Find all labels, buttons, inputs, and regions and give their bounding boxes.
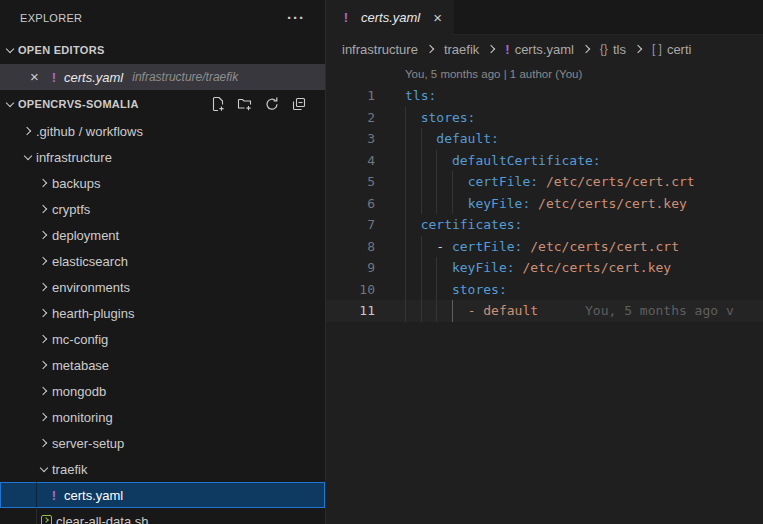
breadcrumbs: infrastructuretraefik!certs.yaml{}tls[ ]… (326, 35, 763, 63)
code-token: - (405, 239, 452, 254)
code-line-5[interactable]: 5 certFile: /etc/certs/cert.crt (326, 171, 763, 193)
tree-item-label: clear-all-data.sh (56, 514, 149, 524)
code-token: certFile: (452, 239, 522, 254)
workspace-header[interactable]: OPENCRVS-SOMALIA (0, 90, 325, 118)
chevron-right-icon (38, 281, 50, 293)
code-token: /etc/certs/cert.key (515, 260, 672, 275)
indent-guide (436, 300, 437, 322)
code-line-8[interactable]: 8 - certFile: /etc/certs/cert.crt (326, 236, 763, 258)
breadcrumb-traefik[interactable]: traefik (444, 42, 479, 57)
code-token (405, 282, 452, 297)
refresh-icon[interactable] (264, 96, 280, 112)
close-icon[interactable]: × (30, 69, 46, 85)
line-content: certFile: /etc/certs/cert.crt (375, 171, 763, 193)
indent-guide (405, 214, 406, 236)
tree-item-server-setup[interactable]: server-setup (0, 430, 325, 456)
close-icon[interactable]: × (433, 9, 442, 26)
line-number: 7 (326, 214, 375, 236)
tree-item-label: .github / workflows (36, 124, 143, 139)
tree-item-cryptfs[interactable]: cryptfs (0, 196, 325, 222)
breadcrumb-label: certi (667, 42, 692, 57)
tree-item-mongodb[interactable]: mongodb (0, 378, 325, 404)
open-editors-header[interactable]: OPEN EDITORS (0, 36, 325, 64)
indent-guide (421, 236, 422, 258)
chevron-right-icon (38, 437, 50, 449)
tree-item-metabase[interactable]: metabase (0, 352, 325, 378)
line-number: 2 (326, 107, 375, 129)
tree-item-label: metabase (52, 358, 109, 373)
tree-item-github-workflows[interactable]: .github / workflows (0, 118, 325, 144)
breadcrumb-certs-yaml[interactable]: !certs.yaml (505, 42, 574, 57)
breadcrumb-tls[interactable]: {}tls (600, 42, 626, 57)
code-editor[interactable]: You, 5 months ago | 1 author (You) 1tls:… (326, 63, 763, 524)
indent-guide (421, 150, 422, 172)
yaml-warning-icon: ! (338, 10, 354, 25)
line-number: 4 (326, 150, 375, 172)
tree-item-label: hearth-plugins (52, 306, 134, 321)
line-number: 11 (326, 300, 375, 322)
shell-file-icon (38, 514, 54, 524)
line-number: 5 (326, 171, 375, 193)
chevron-right-icon (38, 203, 50, 215)
tree-item-monitoring[interactable]: monitoring (0, 404, 325, 430)
code-line-10[interactable]: 10 stores: (326, 279, 763, 301)
chevron-right-icon (38, 255, 50, 267)
code-line-3[interactable]: 3 default: (326, 128, 763, 150)
tree-item-hearth-plugins[interactable]: hearth-plugins (0, 300, 325, 326)
code-line-1[interactable]: 1tls: (326, 85, 763, 107)
code-line-2[interactable]: 2 stores: (326, 107, 763, 129)
indent-guide (436, 257, 437, 279)
chevron-right-icon (38, 333, 50, 345)
code-token: certificates: (421, 217, 523, 232)
line-number: 6 (326, 193, 375, 215)
breadcrumb-certi[interactable]: [ ]certi (652, 42, 692, 57)
code-line-4[interactable]: 4 defaultCertificate: (326, 150, 763, 172)
workspace-label: OPENCRVS-SOMALIA (18, 98, 139, 110)
indent-guide (452, 171, 453, 193)
workspace-actions (210, 96, 321, 112)
tree-item-deployment[interactable]: deployment (0, 222, 325, 248)
code-token (405, 110, 421, 125)
tree-item-mc-config[interactable]: mc-config (0, 326, 325, 352)
code-token: keyFile: (468, 196, 531, 211)
indent-guide (405, 150, 406, 172)
tree-indent-guide (36, 508, 37, 524)
code-line-6[interactable]: 6 keyFile: /etc/certs/cert.key (326, 193, 763, 215)
indent-guide (405, 171, 406, 193)
indent-guide (405, 236, 406, 258)
tree-item-elasticsearch[interactable]: elasticsearch (0, 248, 325, 274)
code-line-11[interactable]: 11 - default You, 5 months ago v (326, 300, 763, 322)
indent-guide (436, 150, 437, 172)
new-folder-icon[interactable] (237, 96, 253, 112)
tree-item-certs-yaml[interactable]: !certs.yaml (0, 482, 325, 508)
chevron-down-icon (38, 463, 50, 475)
tree-item-infrastructure[interactable]: infrastructure (0, 144, 325, 170)
more-actions-icon[interactable]: ··· (287, 13, 305, 23)
chevron-right-icon (38, 177, 50, 189)
tab-certs-yaml[interactable]: ! certs.yaml × (326, 0, 454, 35)
indent-guide (452, 193, 453, 215)
editor-area: ! certs.yaml × infrastructuretraefik!cer… (326, 0, 763, 524)
tree-item-label: environments (52, 280, 130, 295)
code-token (405, 260, 452, 275)
line-number: 1 (326, 85, 375, 107)
code-line-7[interactable]: 7 certificates: (326, 214, 763, 236)
indent-guide (421, 257, 422, 279)
tree-item-traefik[interactable]: traefik (0, 456, 325, 482)
breadcrumb-label: traefik (444, 42, 479, 57)
gitlens-codelens[interactable]: You, 5 months ago | 1 author (You) (405, 63, 763, 85)
new-file-icon[interactable] (210, 96, 226, 112)
code-line-9[interactable]: 9 keyFile: /etc/certs/cert.key (326, 257, 763, 279)
tree-item-clear-all-data-sh[interactable]: clear-all-data.sh (0, 508, 325, 524)
collapse-all-icon[interactable] (291, 96, 307, 112)
tree-item-environments[interactable]: environments (0, 274, 325, 300)
code-lines: 1tls:2 stores:3 default:4 defaultCertifi… (326, 85, 763, 322)
tree-item-label: monitoring (52, 410, 113, 425)
breadcrumb-infrastructure[interactable]: infrastructure (342, 42, 418, 57)
line-content: tls: (375, 85, 763, 107)
open-editor-file-path: infrastructure/traefik (132, 70, 238, 84)
code-token: stores: (452, 282, 507, 297)
open-editor-item[interactable]: × ! certs.yaml infrastructure/traefik (0, 64, 325, 90)
line-content: default: (375, 128, 763, 150)
tree-item-backups[interactable]: backups (0, 170, 325, 196)
